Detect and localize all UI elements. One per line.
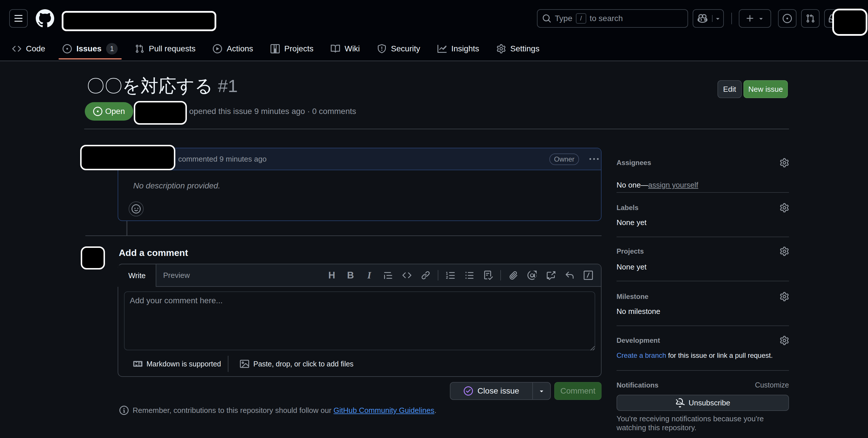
development-section-header: Development xyxy=(617,336,789,345)
issue-state-badge: Open xyxy=(85,102,133,121)
markdown-toolbar: H B I xyxy=(322,264,597,286)
close-issue-button[interactable]: Close issue xyxy=(450,382,551,400)
issue-byline: opened this issue 9 minutes ago · 0 comm… xyxy=(189,107,356,116)
repo-breadcrumb-redacted xyxy=(62,11,216,31)
composer-avatar-redacted xyxy=(81,246,105,269)
issue-open-icon xyxy=(93,107,102,116)
comment-header: commented 9 minutes ago Owner xyxy=(118,148,601,170)
paste-files-button[interactable]: Paste, drop, or click to add files xyxy=(240,359,353,369)
markdown-supported-link[interactable]: Markdown is supported xyxy=(133,359,221,369)
new-issue-button[interactable]: New issue xyxy=(743,80,788,98)
owner-badge: Owner xyxy=(549,153,579,165)
tab-write[interactable]: Write xyxy=(118,264,156,287)
comment-options-button[interactable] xyxy=(589,155,599,164)
comment-input[interactable] xyxy=(124,291,595,350)
cross-reference-icon[interactable] xyxy=(541,268,560,283)
assignees-value: No one—assign yourself xyxy=(617,181,698,189)
timeline-connector xyxy=(126,221,127,235)
comment-composer: Write Preview H B I xyxy=(118,264,601,377)
tab-preview[interactable]: Preview xyxy=(156,264,197,286)
community-guidelines-link[interactable]: GitHub Community Guidelines xyxy=(334,406,435,415)
slash-commands-icon[interactable] xyxy=(579,268,597,283)
heading-icon[interactable]: H xyxy=(322,268,341,283)
unsubscribe-button[interactable]: Unsubscribe xyxy=(617,395,789,411)
add-reaction-button[interactable] xyxy=(129,201,144,216)
italic-icon[interactable]: I xyxy=(360,268,379,283)
milestone-gear-icon[interactable] xyxy=(780,292,789,301)
footer-divider xyxy=(228,356,228,372)
labels-gear-icon[interactable] xyxy=(780,203,789,212)
issue-page: 〇〇を対応する #1 Edit New issue Open opened th… xyxy=(0,0,868,438)
bold-icon[interactable]: B xyxy=(341,268,360,283)
sidebar-divider xyxy=(617,192,789,193)
projects-section-header: Projects xyxy=(617,247,789,256)
contribution-guideline: Remember, contributions to this reposito… xyxy=(119,406,437,415)
code-icon[interactable] xyxy=(397,268,416,283)
info-icon xyxy=(119,406,129,415)
development-gear-icon[interactable] xyxy=(780,336,789,345)
sidebar-divider xyxy=(617,237,789,237)
task-list-icon[interactable] xyxy=(479,268,497,283)
avatar-redacted xyxy=(832,9,867,36)
author-name-redacted xyxy=(134,101,187,125)
closed-as-completed-icon xyxy=(464,386,473,396)
issue-description-card: commented 9 minutes ago Owner No descrip… xyxy=(118,148,601,221)
resize-grip[interactable] xyxy=(590,346,595,351)
commenter-redacted xyxy=(80,145,175,170)
add-comment-heading: Add a comment xyxy=(119,247,188,258)
milestone-value: No milestone xyxy=(617,307,660,316)
edit-button[interactable]: Edit xyxy=(717,80,742,98)
close-issue-caret[interactable] xyxy=(532,383,550,399)
labels-value: None yet xyxy=(617,218,647,227)
comment-body: No description provided. xyxy=(133,181,220,191)
bell-slash-icon xyxy=(675,398,685,407)
toolbar-divider xyxy=(500,270,501,281)
milestone-section-header: Milestone xyxy=(617,292,789,301)
numbered-list-icon[interactable] xyxy=(441,268,460,283)
sidebar-divider xyxy=(617,325,789,326)
sidebar-divider xyxy=(617,281,789,281)
development-value: Create a branch for this issue or link a… xyxy=(617,351,773,359)
projects-gear-icon[interactable] xyxy=(780,247,789,256)
issue-title: 〇〇を対応する #1 xyxy=(87,76,238,96)
create-branch-link[interactable]: Create a branch xyxy=(617,351,666,359)
composer-tabs: Write Preview H B I xyxy=(118,264,601,287)
notifications-section-header: NotificationsCustomize xyxy=(617,381,789,389)
assign-yourself-link[interactable]: assign yourself xyxy=(648,181,698,189)
issue-number: #1 xyxy=(218,76,238,96)
header-section-divider xyxy=(84,129,789,129)
customize-link[interactable]: Customize xyxy=(755,381,789,389)
sidebar-divider xyxy=(617,370,789,371)
link-icon[interactable] xyxy=(416,268,435,283)
toolbar-divider xyxy=(438,270,438,281)
assignees-section-header: Assignees xyxy=(617,158,789,167)
notifications-note: You're receiving notifications because y… xyxy=(617,414,771,432)
labels-section-header: Labels xyxy=(617,203,789,212)
projects-value: None yet xyxy=(617,263,647,271)
attach-file-icon[interactable] xyxy=(504,268,523,283)
quote-icon[interactable] xyxy=(379,268,397,283)
saved-replies-icon[interactable] xyxy=(560,268,579,283)
comment-meta: commented 9 minutes ago xyxy=(178,155,267,164)
comment-button[interactable]: Comment xyxy=(554,382,601,400)
mention-icon[interactable] xyxy=(523,268,541,283)
bullet-list-icon[interactable] xyxy=(460,268,479,283)
composer-top-divider xyxy=(85,235,601,236)
composer-footer: Markdown is supported Paste, drop, or cl… xyxy=(118,351,601,377)
assignees-gear-icon[interactable] xyxy=(780,158,789,167)
